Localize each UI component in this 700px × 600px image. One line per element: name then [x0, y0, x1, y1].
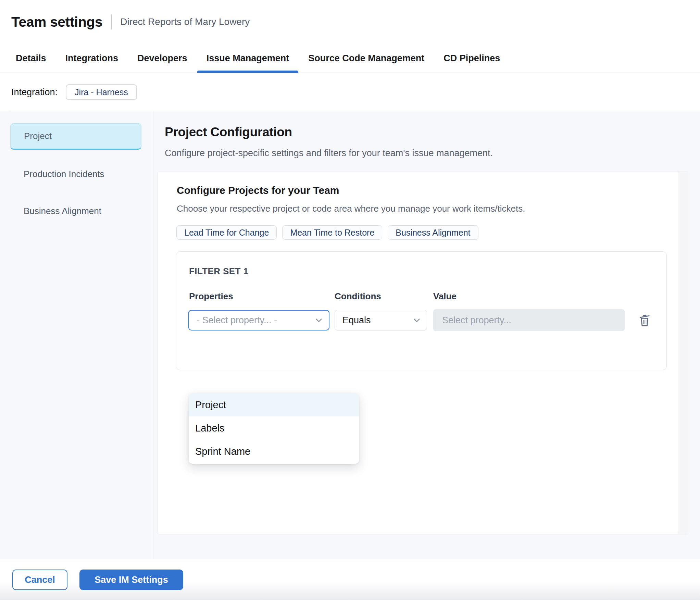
conditions-column-label: Conditions — [335, 291, 381, 302]
chip-business-alignment[interactable]: Business Alignment — [388, 225, 478, 240]
trash-icon — [637, 311, 653, 328]
integration-label: Integration: — [11, 87, 58, 98]
tab-details[interactable]: Details — [7, 44, 55, 73]
content-area: Project Production Incidents Business Al… — [0, 111, 700, 559]
footer-action-bar: Cancel Save IM Settings — [0, 559, 700, 600]
tab-integrations[interactable]: Integrations — [56, 44, 128, 73]
sidebar-item-label: Project — [24, 131, 52, 141]
page-header: Team settings Direct Reports of Mary Low… — [0, 0, 700, 44]
properties-select-placeholder: - Select property... - — [197, 315, 277, 326]
sidebar-item-label: Business Alignment — [24, 206, 101, 216]
conditions-select[interactable]: Equals — [335, 310, 427, 330]
cancel-button[interactable]: Cancel — [12, 570, 67, 590]
sidebar-item-project[interactable]: Project — [10, 123, 141, 150]
page-title: Team settings — [11, 14, 102, 30]
dropdown-option-sprint-name[interactable]: Sprint Name — [189, 440, 359, 463]
conditions-select-value: Equals — [342, 315, 371, 326]
delete-filter-button[interactable] — [636, 311, 654, 330]
properties-select[interactable]: - Select property... - — [188, 310, 329, 330]
filter-set-title: FILTER SET 1 — [189, 266, 248, 277]
tab-developers[interactable]: Developers — [128, 44, 197, 73]
sidebar-divider — [153, 111, 153, 559]
chip-mean-time-to-restore[interactable]: Mean Time to Restore — [282, 225, 382, 240]
section-title: Project Configuration — [165, 125, 292, 139]
settings-tab-bar: Details Integrations Developers Issue Ma… — [0, 44, 700, 73]
properties-dropdown-menu: Project Labels Sprint Name — [189, 393, 359, 464]
chevron-down-icon — [314, 316, 323, 325]
tab-issue-management[interactable]: Issue Management — [197, 44, 299, 73]
value-input[interactable] — [433, 309, 625, 331]
team-settings-page: Team settings Direct Reports of Mary Low… — [0, 0, 700, 600]
sidebar-item-business-alignment[interactable]: Business Alignment — [10, 199, 141, 223]
tab-cd-pipelines[interactable]: CD Pipelines — [434, 44, 509, 73]
page-subtitle: Direct Reports of Mary Lowery — [120, 16, 250, 27]
integration-row: Integration: Jira - Harness — [0, 73, 700, 111]
sidebar-item-production-incidents[interactable]: Production Incidents — [10, 162, 141, 186]
section-subtitle: Configure project-specific settings and … — [165, 148, 493, 159]
chip-lead-time-for-change[interactable]: Lead Time for Change — [176, 225, 277, 240]
card-title: Configure Projects for your Team — [177, 185, 339, 196]
sidebar-item-label: Production Incidents — [24, 169, 104, 179]
card-scrollbar[interactable] — [678, 172, 688, 534]
chevron-down-icon — [412, 316, 421, 325]
card-subtitle: Choose your respective project or code a… — [177, 203, 525, 214]
value-column-label: Value — [433, 291, 457, 302]
properties-column-label: Properties — [189, 291, 233, 302]
dropdown-option-project[interactable]: Project — [189, 393, 359, 416]
metric-chip-row: Lead Time for Change Mean Time to Restor… — [176, 225, 478, 240]
tab-source-code-management[interactable]: Source Code Management — [299, 44, 434, 73]
integration-chip[interactable]: Jira - Harness — [66, 84, 137, 100]
configure-projects-card: Configure Projects for your Team Choose … — [158, 171, 688, 534]
title-separator — [111, 14, 112, 29]
filter-set-1: FILTER SET 1 Properties Conditions Value… — [176, 251, 667, 370]
dropdown-option-labels[interactable]: Labels — [189, 416, 359, 440]
save-im-settings-button[interactable]: Save IM Settings — [79, 570, 183, 590]
